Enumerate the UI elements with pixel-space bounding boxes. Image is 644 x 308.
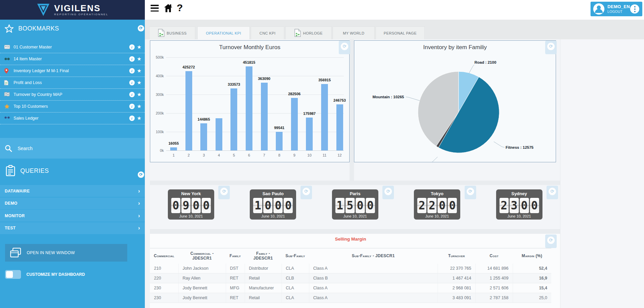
ledger-icon <box>4 116 10 121</box>
query-group-label: DEMO <box>5 201 138 206</box>
chevron-right-icon: › <box>138 200 140 206</box>
column-header[interactable]: Margin (%) <box>513 248 551 264</box>
widget-refresh-icon[interactable]: ⟳ <box>301 186 312 199</box>
bookmarks-star-icon <box>5 24 14 33</box>
bookmark-label: Top 10 Customers <box>14 104 129 109</box>
query-group-test[interactable]: TEST› <box>0 222 145 234</box>
bookmark-item[interactable]: Profit and Lossi★ <box>0 77 145 89</box>
table-row[interactable]: 230Jody BennettRETRetailCLAClass A3 483 … <box>150 293 551 303</box>
widget-refresh-icon[interactable]: ⟳ <box>339 41 350 54</box>
open-in-new-window-button[interactable]: OPEN IN NEW WINDOW <box>5 244 127 262</box>
widget-refresh-icon[interactable]: ⟳ <box>465 186 476 199</box>
bookmarks-header: BOOKMARKS <box>5 22 133 35</box>
clock-digit: 0 <box>448 198 457 213</box>
table-row[interactable]: 220Ray AllenRETRetailCLBClass B1 467 414… <box>150 273 551 283</box>
tab-operational-kpi[interactable]: OPERATIONAL KPI <box>197 26 250 39</box>
table-cell: 14 681 896 <box>475 264 513 273</box>
doc-share-icon <box>158 29 164 38</box>
column-header[interactable]: Commercial <box>150 248 178 264</box>
tab-business[interactable]: BUSINESS <box>149 26 195 39</box>
menu-icon[interactable] <box>151 5 159 12</box>
bookmark-star-icon[interactable]: ★ <box>137 68 141 74</box>
bar-month-2[interactable] <box>185 71 192 150</box>
username: DEMO_EN <box>607 4 630 9</box>
bar-month-3[interactable] <box>200 123 207 150</box>
bar-month-11[interactable] <box>321 84 328 150</box>
widget-refresh-icon[interactable]: ⟳ <box>545 234 557 248</box>
bookmark-star-icon[interactable]: ★ <box>137 116 141 121</box>
queries-refresh-icon[interactable]: ⟳ <box>138 171 144 178</box>
clock-digits: 2200 <box>417 198 457 213</box>
sidebar-search[interactable]: Search <box>0 138 145 159</box>
table-cell: 1 467 414 <box>438 273 475 283</box>
tab-personal-page[interactable]: PERSONAL PAGE <box>376 26 425 39</box>
bar-month-6[interactable] <box>246 66 252 150</box>
bookmark-info-icon[interactable]: i <box>129 104 135 109</box>
clock-digit: 0 <box>171 198 180 213</box>
bookmark-item[interactable]: 14 Item Masteri★ <box>0 53 145 65</box>
bookmark-item[interactable]: Turnover by Country MAPi★ <box>0 89 145 101</box>
bookmark-info-icon[interactable]: i <box>129 56 135 62</box>
home-icon[interactable] <box>164 4 173 13</box>
column-header[interactable]: Family - JDESCR1 <box>245 248 282 264</box>
chevron-right-icon: › <box>138 213 140 219</box>
bookmark-item[interactable]: Top 10 Customersi★ <box>0 101 145 112</box>
help-icon[interactable]: ? <box>177 2 183 14</box>
widget-refresh-icon[interactable]: ⟳ <box>545 41 557 54</box>
tab-cnc-kpi[interactable]: CNC KPI <box>251 26 284 39</box>
bar-month-4[interactable] <box>216 118 222 150</box>
table-cell: 210 <box>150 264 178 273</box>
bookmark-info-icon[interactable]: i <box>129 68 135 74</box>
bar-month-5[interactable] <box>230 88 237 150</box>
x-axis-tick: 12 <box>333 153 347 157</box>
bookmark-info-icon[interactable]: i <box>129 92 135 97</box>
user-menu-kebab-icon[interactable] <box>630 4 639 14</box>
customize-dashboard-toggle[interactable] <box>5 270 21 279</box>
bookmark-star-icon[interactable]: ★ <box>137 92 141 97</box>
table-row[interactable]: 210John JacksonDSTDistributorCLAClass A2… <box>150 264 551 273</box>
bookmark-label: 01 Customer Master <box>14 45 129 49</box>
bookmark-info-icon[interactable]: i <box>129 116 135 121</box>
bookmark-item[interactable]: Inventory Ledger M M-1 Finali★ <box>0 65 145 77</box>
bookmark-star-icon[interactable]: ★ <box>137 44 141 50</box>
refresh-glyph: ⟳ <box>341 43 348 50</box>
table-cell: CLA <box>282 283 309 293</box>
gridline <box>166 150 344 151</box>
bar-month-10[interactable] <box>306 118 313 150</box>
brand-tagline: REPORTING OPÉRATIONNEL <box>54 13 108 16</box>
column-header[interactable]: Sub-Family - JDESCR1 <box>309 248 438 264</box>
bookmark-star-icon[interactable]: ★ <box>137 104 141 109</box>
bar-month-7[interactable] <box>261 83 268 150</box>
user-badge[interactable]: DEMO_EN LOGOUT <box>591 2 642 16</box>
bar-month-9[interactable] <box>291 98 298 150</box>
query-group-demo[interactable]: DEMO› <box>0 198 145 209</box>
bookmark-item[interactable]: Sales Ledgeri★ <box>0 112 145 124</box>
bookmarks-refresh-icon[interactable]: ⟳ <box>138 25 144 32</box>
bookmark-info-icon[interactable]: i <box>129 80 135 85</box>
table-row[interactable]: 230Jody BennettMFGManufacturerCLAClass A… <box>150 283 551 293</box>
tab-label: HORLOGE <box>303 31 323 35</box>
widget-refresh-icon[interactable]: ⟳ <box>382 186 394 199</box>
inventory-pie-panel: Inventory by item Familiy Road : 2100Fit… <box>354 40 556 162</box>
query-group-monitor[interactable]: MONITOR› <box>0 210 145 222</box>
bookmark-star-icon[interactable]: ★ <box>137 56 141 62</box>
bar-month-8[interactable] <box>276 132 283 150</box>
widget-refresh-icon[interactable]: ⟳ <box>218 186 230 199</box>
column-header[interactable]: Cost <box>475 248 513 264</box>
logout-link[interactable]: LOGOUT <box>607 10 623 14</box>
column-header[interactable]: Sub-Family <box>282 248 309 264</box>
bar-month-1[interactable] <box>170 147 177 150</box>
column-header[interactable]: Commercial - JDESCR1 <box>178 248 226 264</box>
bar-value-label: 282506 <box>283 92 306 96</box>
bookmark-info-icon[interactable]: i <box>129 44 135 50</box>
query-group-datawaire[interactable]: DATAWAIRE› <box>0 185 145 197</box>
bar-month-12[interactable] <box>336 104 343 150</box>
bookmark-item[interactable]: 01 Customer Masteri★ <box>0 41 145 53</box>
tab-my-world[interactable]: MY WORLD <box>333 26 375 39</box>
column-header[interactable]: Turnover <box>438 248 475 264</box>
widget-refresh-icon[interactable]: ⟳ <box>547 186 558 199</box>
tab-horloge[interactable]: HORLOGE <box>285 26 332 39</box>
bookmark-star-icon[interactable]: ★ <box>137 80 141 85</box>
column-header[interactable]: Family <box>226 248 245 264</box>
bar-value-label: 363090 <box>252 77 276 81</box>
